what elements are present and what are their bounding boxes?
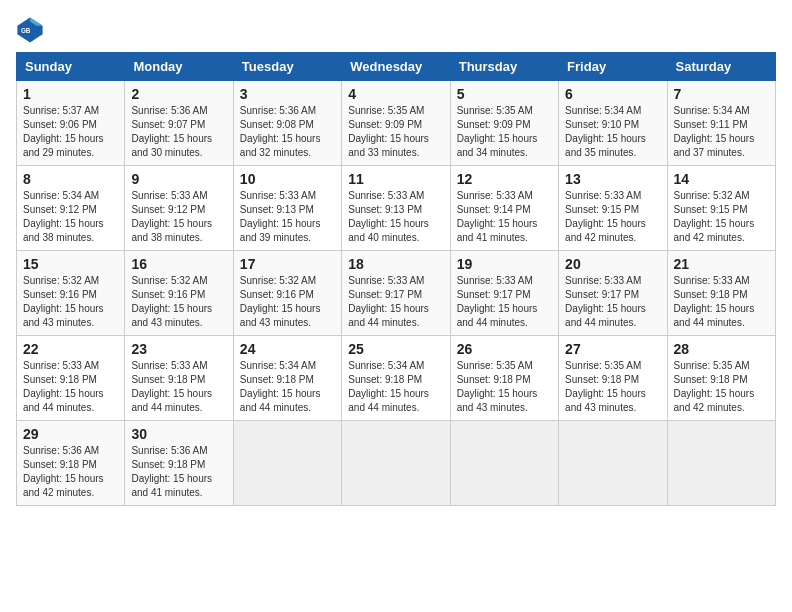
- col-header-tuesday: Tuesday: [233, 53, 341, 81]
- day-info: Sunrise: 5:32 AM Sunset: 9:15 PM Dayligh…: [674, 189, 769, 245]
- calendar-cell: 18Sunrise: 5:33 AM Sunset: 9:17 PM Dayli…: [342, 251, 450, 336]
- day-number: 16: [131, 256, 226, 272]
- calendar-cell: 4Sunrise: 5:35 AM Sunset: 9:09 PM Daylig…: [342, 81, 450, 166]
- day-number: 23: [131, 341, 226, 357]
- svg-text:GB: GB: [21, 27, 31, 34]
- calendar-cell: 14Sunrise: 5:32 AM Sunset: 9:15 PM Dayli…: [667, 166, 775, 251]
- day-number: 14: [674, 171, 769, 187]
- day-number: 11: [348, 171, 443, 187]
- day-number: 6: [565, 86, 660, 102]
- day-number: 17: [240, 256, 335, 272]
- day-number: 9: [131, 171, 226, 187]
- day-number: 8: [23, 171, 118, 187]
- day-info: Sunrise: 5:32 AM Sunset: 9:16 PM Dayligh…: [23, 274, 118, 330]
- col-header-saturday: Saturday: [667, 53, 775, 81]
- calendar-cell: 19Sunrise: 5:33 AM Sunset: 9:17 PM Dayli…: [450, 251, 558, 336]
- calendar-cell: 24Sunrise: 5:34 AM Sunset: 9:18 PM Dayli…: [233, 336, 341, 421]
- day-info: Sunrise: 5:33 AM Sunset: 9:13 PM Dayligh…: [348, 189, 443, 245]
- calendar-cell: 27Sunrise: 5:35 AM Sunset: 9:18 PM Dayli…: [559, 336, 667, 421]
- day-info: Sunrise: 5:32 AM Sunset: 9:16 PM Dayligh…: [240, 274, 335, 330]
- day-info: Sunrise: 5:34 AM Sunset: 9:18 PM Dayligh…: [348, 359, 443, 415]
- calendar-cell: 11Sunrise: 5:33 AM Sunset: 9:13 PM Dayli…: [342, 166, 450, 251]
- day-info: Sunrise: 5:33 AM Sunset: 9:17 PM Dayligh…: [348, 274, 443, 330]
- day-info: Sunrise: 5:33 AM Sunset: 9:18 PM Dayligh…: [23, 359, 118, 415]
- day-number: 20: [565, 256, 660, 272]
- day-info: Sunrise: 5:36 AM Sunset: 9:08 PM Dayligh…: [240, 104, 335, 160]
- calendar-cell: [342, 421, 450, 506]
- day-number: 29: [23, 426, 118, 442]
- calendar-cell: 9Sunrise: 5:33 AM Sunset: 9:12 PM Daylig…: [125, 166, 233, 251]
- day-number: 4: [348, 86, 443, 102]
- logo: GB: [16, 16, 48, 44]
- day-info: Sunrise: 5:35 AM Sunset: 9:09 PM Dayligh…: [457, 104, 552, 160]
- day-number: 7: [674, 86, 769, 102]
- day-number: 10: [240, 171, 335, 187]
- calendar-cell: [450, 421, 558, 506]
- day-info: Sunrise: 5:35 AM Sunset: 9:09 PM Dayligh…: [348, 104, 443, 160]
- day-info: Sunrise: 5:34 AM Sunset: 9:12 PM Dayligh…: [23, 189, 118, 245]
- calendar-cell: 23Sunrise: 5:33 AM Sunset: 9:18 PM Dayli…: [125, 336, 233, 421]
- day-info: Sunrise: 5:35 AM Sunset: 9:18 PM Dayligh…: [457, 359, 552, 415]
- day-info: Sunrise: 5:36 AM Sunset: 9:07 PM Dayligh…: [131, 104, 226, 160]
- day-info: Sunrise: 5:33 AM Sunset: 9:14 PM Dayligh…: [457, 189, 552, 245]
- calendar-row-2: 8Sunrise: 5:34 AM Sunset: 9:12 PM Daylig…: [17, 166, 776, 251]
- calendar-cell: 30Sunrise: 5:36 AM Sunset: 9:18 PM Dayli…: [125, 421, 233, 506]
- calendar-cell: 5Sunrise: 5:35 AM Sunset: 9:09 PM Daylig…: [450, 81, 558, 166]
- calendar-cell: [667, 421, 775, 506]
- day-number: 25: [348, 341, 443, 357]
- day-info: Sunrise: 5:33 AM Sunset: 9:18 PM Dayligh…: [131, 359, 226, 415]
- day-info: Sunrise: 5:36 AM Sunset: 9:18 PM Dayligh…: [23, 444, 118, 500]
- day-info: Sunrise: 5:33 AM Sunset: 9:18 PM Dayligh…: [674, 274, 769, 330]
- calendar-cell: 13Sunrise: 5:33 AM Sunset: 9:15 PM Dayli…: [559, 166, 667, 251]
- day-number: 18: [348, 256, 443, 272]
- calendar-cell: 25Sunrise: 5:34 AM Sunset: 9:18 PM Dayli…: [342, 336, 450, 421]
- calendar-cell: [233, 421, 341, 506]
- day-number: 30: [131, 426, 226, 442]
- calendar-row-1: 1Sunrise: 5:37 AM Sunset: 9:06 PM Daylig…: [17, 81, 776, 166]
- day-info: Sunrise: 5:33 AM Sunset: 9:17 PM Dayligh…: [457, 274, 552, 330]
- day-number: 2: [131, 86, 226, 102]
- calendar-cell: 17Sunrise: 5:32 AM Sunset: 9:16 PM Dayli…: [233, 251, 341, 336]
- calendar-table: SundayMondayTuesdayWednesdayThursdayFrid…: [16, 52, 776, 506]
- day-number: 3: [240, 86, 335, 102]
- calendar-cell: 15Sunrise: 5:32 AM Sunset: 9:16 PM Dayli…: [17, 251, 125, 336]
- calendar-row-3: 15Sunrise: 5:32 AM Sunset: 9:16 PM Dayli…: [17, 251, 776, 336]
- day-info: Sunrise: 5:32 AM Sunset: 9:16 PM Dayligh…: [131, 274, 226, 330]
- col-header-monday: Monday: [125, 53, 233, 81]
- calendar-cell: 21Sunrise: 5:33 AM Sunset: 9:18 PM Dayli…: [667, 251, 775, 336]
- day-info: Sunrise: 5:35 AM Sunset: 9:18 PM Dayligh…: [674, 359, 769, 415]
- day-info: Sunrise: 5:34 AM Sunset: 9:11 PM Dayligh…: [674, 104, 769, 160]
- col-header-friday: Friday: [559, 53, 667, 81]
- calendar-cell: 26Sunrise: 5:35 AM Sunset: 9:18 PM Dayli…: [450, 336, 558, 421]
- day-number: 27: [565, 341, 660, 357]
- day-number: 1: [23, 86, 118, 102]
- day-number: 12: [457, 171, 552, 187]
- day-info: Sunrise: 5:33 AM Sunset: 9:12 PM Dayligh…: [131, 189, 226, 245]
- day-number: 21: [674, 256, 769, 272]
- day-number: 24: [240, 341, 335, 357]
- day-number: 22: [23, 341, 118, 357]
- day-info: Sunrise: 5:37 AM Sunset: 9:06 PM Dayligh…: [23, 104, 118, 160]
- day-info: Sunrise: 5:35 AM Sunset: 9:18 PM Dayligh…: [565, 359, 660, 415]
- day-number: 26: [457, 341, 552, 357]
- day-number: 28: [674, 341, 769, 357]
- col-header-thursday: Thursday: [450, 53, 558, 81]
- calendar-row-5: 29Sunrise: 5:36 AM Sunset: 9:18 PM Dayli…: [17, 421, 776, 506]
- col-header-wednesday: Wednesday: [342, 53, 450, 81]
- day-number: 19: [457, 256, 552, 272]
- day-number: 5: [457, 86, 552, 102]
- calendar-cell: 10Sunrise: 5:33 AM Sunset: 9:13 PM Dayli…: [233, 166, 341, 251]
- day-info: Sunrise: 5:33 AM Sunset: 9:13 PM Dayligh…: [240, 189, 335, 245]
- calendar-cell: 3Sunrise: 5:36 AM Sunset: 9:08 PM Daylig…: [233, 81, 341, 166]
- calendar-cell: 12Sunrise: 5:33 AM Sunset: 9:14 PM Dayli…: [450, 166, 558, 251]
- calendar-cell: 28Sunrise: 5:35 AM Sunset: 9:18 PM Dayli…: [667, 336, 775, 421]
- calendar-cell: 20Sunrise: 5:33 AM Sunset: 9:17 PM Dayli…: [559, 251, 667, 336]
- day-number: 15: [23, 256, 118, 272]
- day-info: Sunrise: 5:33 AM Sunset: 9:15 PM Dayligh…: [565, 189, 660, 245]
- day-info: Sunrise: 5:34 AM Sunset: 9:10 PM Dayligh…: [565, 104, 660, 160]
- calendar-cell: 6Sunrise: 5:34 AM Sunset: 9:10 PM Daylig…: [559, 81, 667, 166]
- calendar-cell: 8Sunrise: 5:34 AM Sunset: 9:12 PM Daylig…: [17, 166, 125, 251]
- calendar-cell: 7Sunrise: 5:34 AM Sunset: 9:11 PM Daylig…: [667, 81, 775, 166]
- calendar-row-4: 22Sunrise: 5:33 AM Sunset: 9:18 PM Dayli…: [17, 336, 776, 421]
- day-info: Sunrise: 5:36 AM Sunset: 9:18 PM Dayligh…: [131, 444, 226, 500]
